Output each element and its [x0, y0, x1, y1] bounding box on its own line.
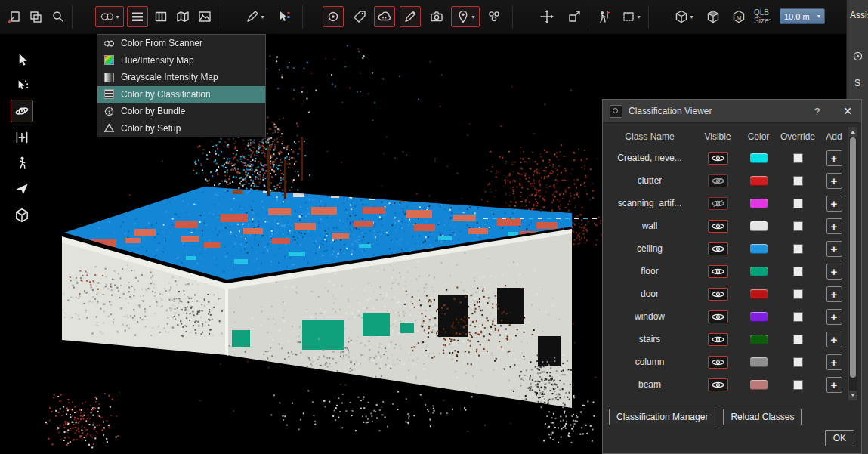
selection-marquee-button[interactable]: ▾	[616, 6, 645, 27]
add-class-button[interactable]: +	[826, 173, 842, 189]
class-name-label[interactable]: stairs	[639, 334, 661, 344]
class-name-label[interactable]: clutter	[638, 175, 663, 186]
visibility-eye-toggle[interactable]	[708, 356, 728, 369]
override-checkbox[interactable]	[793, 312, 803, 322]
class-name-label[interactable]: Created, neve...	[617, 153, 681, 163]
class-color-swatch[interactable]	[750, 380, 768, 390]
override-checkbox[interactable]	[793, 267, 803, 276]
class-color-swatch[interactable]	[750, 199, 768, 208]
tag-button[interactable]	[349, 6, 370, 27]
override-checkbox[interactable]	[793, 199, 803, 208]
class-name-label[interactable]: floor	[641, 266, 658, 276]
visibility-eye-toggle[interactable]	[708, 152, 728, 165]
add-class-button[interactable]: +	[826, 354, 842, 370]
class-name-label[interactable]: window	[635, 311, 665, 322]
dropdown-caret-icon[interactable]: ▾	[471, 14, 474, 20]
class-color-swatch[interactable]	[750, 289, 768, 299]
dropdown-caret-icon[interactable]: ▾	[690, 14, 693, 20]
class-color-swatch[interactable]	[750, 267, 768, 276]
scan-target-button[interactable]	[323, 6, 344, 27]
brush-tool-button[interactable]: ▾	[240, 6, 269, 27]
override-checkbox[interactable]	[793, 153, 803, 163]
class-color-swatch[interactable]	[750, 153, 768, 163]
dropdown-caret-icon[interactable]: ▾	[116, 14, 119, 20]
class-name-label[interactable]: ceiling	[637, 243, 663, 254]
class-name-label[interactable]: door	[641, 289, 659, 299]
add-class-button[interactable]: +	[826, 241, 842, 257]
class-color-swatch[interactable]	[750, 357, 768, 367]
classification-manager-button[interactable]: Classification Manager	[609, 409, 715, 425]
add-class-button[interactable]: +	[826, 196, 842, 212]
add-class-button[interactable]: +	[826, 264, 842, 280]
menu-item-color-by-classification[interactable]: Color by Classification	[97, 86, 265, 103]
snapshot-camera-button[interactable]	[426, 6, 447, 27]
zoom-window-button[interactable]	[48, 6, 69, 27]
orbit-tool[interactable]	[11, 100, 33, 122]
class-name-label[interactable]: column	[635, 357, 665, 367]
visibility-eye-toggle[interactable]	[708, 333, 728, 346]
map-view-button[interactable]	[172, 6, 193, 27]
override-checkbox[interactable]	[793, 357, 803, 367]
close-button[interactable]: ✕	[841, 105, 854, 117]
class-name-label[interactable]: wall	[642, 221, 658, 231]
menu-item-grayscale-intensity-map[interactable]: Grayscale Intensity Map	[97, 69, 265, 86]
duplicate-view-button[interactable]	[25, 6, 46, 27]
qlb-size-select[interactable]: 10.0 m ▾	[780, 8, 825, 24]
class-color-swatch[interactable]	[750, 244, 768, 254]
align-box-button[interactable]	[564, 6, 585, 27]
grayscale-map-button[interactable]	[150, 6, 171, 27]
help-button[interactable]: ?	[814, 106, 820, 117]
add-class-button[interactable]: +	[826, 332, 842, 347]
class-color-swatch[interactable]	[750, 335, 768, 344]
color-by-classification-button[interactable]	[127, 6, 148, 27]
view-cube-button[interactable]: ▾	[669, 6, 698, 27]
reload-classes-button[interactable]: Reload Classes	[723, 409, 802, 425]
class-color-swatch[interactable]	[750, 176, 768, 186]
class-name-label[interactable]: scanning_artif...	[618, 198, 682, 208]
view-cube-measure-button[interactable]: M	[728, 6, 749, 27]
override-checkbox[interactable]	[793, 335, 803, 344]
add-class-button[interactable]: +	[826, 377, 842, 393]
dropdown-caret-icon[interactable]: ▾	[261, 14, 264, 20]
select-arrow-tool[interactable]	[11, 48, 33, 71]
visibility-eye-toggle[interactable]	[708, 174, 728, 187]
image-view-button[interactable]	[194, 6, 215, 27]
menu-item-color-by-setup[interactable]: Color by Setup	[97, 120, 265, 137]
override-checkbox[interactable]	[793, 176, 803, 186]
placemark-pin-button[interactable]: ▾	[451, 6, 480, 27]
override-checkbox[interactable]	[793, 244, 803, 254]
scroll-down-button[interactable]	[849, 391, 857, 400]
scroll-up-button[interactable]	[849, 128, 857, 137]
menu-item-color-from-scanner[interactable]: Color From Scanner	[97, 35, 265, 52]
class-name-label[interactable]: beam	[638, 379, 661, 390]
box-mode-tool[interactable]	[11, 204, 33, 227]
scroll-thumb[interactable]	[850, 137, 856, 378]
pointer-measure-button[interactable]	[273, 6, 295, 27]
override-checkbox[interactable]	[793, 380, 803, 390]
view-cube-faces-button[interactable]	[703, 6, 724, 27]
class-color-swatch[interactable]	[750, 221, 768, 231]
menu-item-color-by-bundle[interactable]: Color by Bundle	[97, 103, 265, 120]
override-checkbox[interactable]	[793, 289, 803, 299]
visibility-eye-toggle[interactable]	[708, 265, 728, 278]
visibility-eye-toggle[interactable]	[708, 378, 728, 391]
visibility-eye-toggle[interactable]	[708, 242, 728, 255]
fly-tool[interactable]	[11, 178, 33, 200]
class-color-swatch[interactable]	[750, 312, 768, 322]
surveyor-button[interactable]	[594, 6, 615, 27]
table-scrollbar[interactable]	[848, 127, 857, 400]
color-from-scanner-button[interactable]: ▾	[95, 6, 124, 27]
visibility-eye-toggle[interactable]	[708, 288, 728, 301]
draw-pen-button[interactable]	[400, 6, 421, 27]
walk-tool[interactable]	[11, 152, 33, 174]
assistant-icon[interactable]	[851, 50, 864, 63]
add-class-button[interactable]: +	[826, 309, 842, 325]
visibility-eye-toggle[interactable]	[708, 310, 728, 323]
add-class-button[interactable]: +	[826, 150, 842, 166]
override-checkbox[interactable]	[793, 221, 803, 231]
add-class-button[interactable]: +	[826, 218, 842, 234]
add-class-button[interactable]: +	[826, 286, 842, 302]
point-cloud-button[interactable]	[374, 6, 395, 27]
visibility-eye-toggle[interactable]	[708, 220, 728, 233]
ok-button[interactable]: OK	[825, 430, 854, 446]
